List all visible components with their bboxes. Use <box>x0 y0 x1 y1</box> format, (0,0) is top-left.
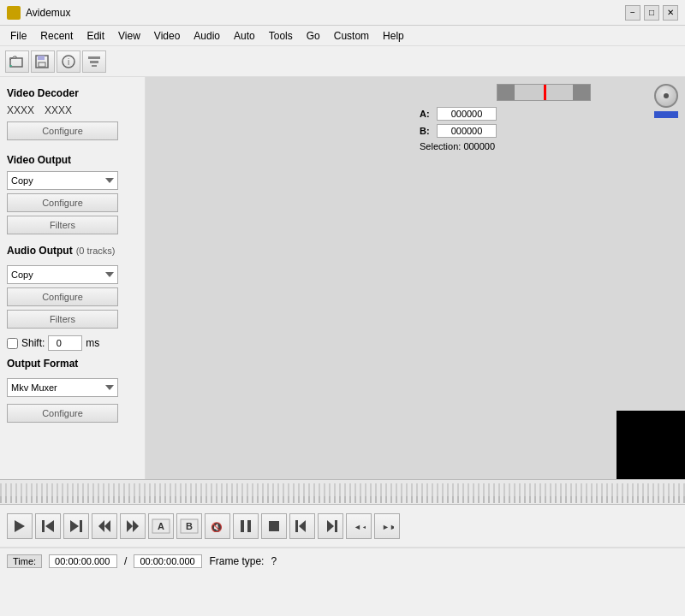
video-output-configure-button[interactable]: Configure <box>7 193 118 212</box>
info-button[interactable]: i <box>57 50 80 73</box>
svg-marker-18 <box>133 520 139 532</box>
svg-text:A: A <box>158 521 164 531</box>
a-value: 000000 <box>437 107 497 121</box>
shift-row: Shift: ms <box>7 335 138 351</box>
timeline-track-2 <box>0 496 685 503</box>
video-output-select[interactable]: Copy None <box>7 171 118 190</box>
rewind-fwd-button[interactable] <box>120 513 146 539</box>
open-file-button[interactable] <box>5 50 29 73</box>
next-keyframe-button[interactable] <box>318 513 343 539</box>
shift-checkbox[interactable] <box>7 338 18 349</box>
mini-handle-left[interactable] <box>497 85 515 100</box>
menu-recent[interactable]: Recent <box>33 28 80 44</box>
b-marker-row: B: 000000 <box>420 124 584 138</box>
output-format-label: Output Format <box>7 358 138 370</box>
video-output-filters-button[interactable]: Filters <box>7 216 118 234</box>
pause-button[interactable] <box>233 513 259 539</box>
svg-marker-10 <box>15 520 25 532</box>
status-bar: Time: 00:00:00.000 / 00:00:00.000 Frame … <box>0 548 685 573</box>
a-marker-row: A: 000000 <box>420 107 584 121</box>
svg-marker-17 <box>127 520 133 532</box>
svg-rect-1 <box>9 65 12 67</box>
frame-type-label: Frame type: <box>209 555 264 567</box>
close-button[interactable]: ✕ <box>663 5 678 21</box>
menu-view[interactable]: View <box>111 28 147 44</box>
video-decoder-label: Video Decoder <box>7 87 138 99</box>
svg-marker-15 <box>104 520 110 532</box>
time-separator: / <box>124 555 127 567</box>
step-back-button[interactable] <box>35 513 61 539</box>
svg-marker-27 <box>299 520 306 532</box>
maximize-button[interactable]: □ <box>644 5 659 21</box>
svg-text:►►: ►► <box>382 523 394 531</box>
menu-help[interactable]: Help <box>376 28 411 44</box>
decoder-val1: XXXX <box>7 104 34 116</box>
svg-rect-3 <box>38 56 45 60</box>
audio-output-select[interactable]: Copy None <box>7 265 118 284</box>
next-scene-button[interactable]: ►► <box>374 513 400 539</box>
stop-button[interactable] <box>261 513 287 539</box>
audio-toggle-button[interactable]: 🔇 <box>205 513 230 539</box>
timeline-track-1 <box>0 483 685 496</box>
rewind-back-button[interactable] <box>92 513 117 539</box>
jog-wheel[interactable] <box>654 84 678 108</box>
menu-file[interactable]: File <box>3 28 33 44</box>
svg-marker-11 <box>45 520 54 532</box>
title-bar-controls[interactable]: − □ ✕ <box>625 5 678 21</box>
step-fwd-button[interactable] <box>63 513 89 539</box>
svg-marker-16 <box>98 520 104 532</box>
menu-go[interactable]: Go <box>300 28 327 44</box>
mark-a-button[interactable]: A <box>148 513 174 539</box>
preview-window <box>616 411 685 479</box>
timeline-area[interactable] <box>0 479 685 505</box>
decoder-row: XXXX XXXX <box>7 104 138 116</box>
minimize-button[interactable]: − <box>625 5 640 21</box>
menu-audio[interactable]: Audio <box>187 28 227 44</box>
svg-text:i: i <box>68 57 69 67</box>
svg-rect-12 <box>42 520 45 532</box>
time-total: 00:00:00.000 <box>134 554 202 568</box>
menu-edit[interactable]: Edit <box>80 28 111 44</box>
svg-rect-26 <box>269 521 279 531</box>
selection-row: Selection: 000000 <box>420 141 584 151</box>
mini-handle-right[interactable] <box>573 85 590 100</box>
svg-marker-29 <box>327 520 334 532</box>
shift-input[interactable] <box>48 335 82 351</box>
filter-button[interactable] <box>82 50 106 73</box>
play-button[interactable] <box>7 513 33 539</box>
selection-label: Selection: <box>420 141 461 151</box>
audio-output-label: Audio Output <box>7 245 73 257</box>
output-format-configure-button[interactable]: Configure <box>7 404 118 423</box>
title-bar: Avidemux − □ ✕ <box>0 0 685 26</box>
right-panel: A: 000000 B: 000000 Selection: 000000 <box>146 77 685 479</box>
audio-tracks-count: (0 tracks) <box>76 246 116 256</box>
menu-tools[interactable]: Tools <box>262 28 300 44</box>
svg-text:B: B <box>186 521 193 531</box>
menu-video[interactable]: Video <box>147 28 187 44</box>
app-title: Avidemux <box>26 7 70 19</box>
mini-playhead[interactable] <box>544 85 546 100</box>
mark-b-button[interactable]: B <box>176 513 202 539</box>
menu-bar: File Recent Edit View Video Audio Auto T… <box>0 26 685 46</box>
menu-custom[interactable]: Custom <box>327 28 376 44</box>
prev-scene-button[interactable]: ◄◄ <box>346 513 372 539</box>
prev-keyframe-button[interactable] <box>289 513 315 539</box>
svg-rect-7 <box>88 56 100 59</box>
svg-rect-0 <box>10 58 22 67</box>
time-label: Time: <box>7 554 42 568</box>
audio-output-filters-button[interactable]: Filters <box>7 310 118 329</box>
svg-text:◄◄: ◄◄ <box>354 523 366 531</box>
shift-label: Shift: <box>21 337 45 349</box>
mini-timeline[interactable] <box>497 84 591 101</box>
time-current: 00:00:00.000 <box>49 554 117 568</box>
b-label: B: <box>420 126 432 136</box>
save-file-button[interactable] <box>31 50 55 73</box>
menu-auto[interactable]: Auto <box>227 28 262 44</box>
a-label: A: <box>420 109 432 119</box>
audio-output-configure-button[interactable]: Configure <box>7 287 118 306</box>
output-format-select[interactable]: Mkv Muxer AVI Muxer MP4 Muxer <box>7 378 118 397</box>
video-decoder-configure-button[interactable]: Configure <box>7 121 118 140</box>
decoder-val2: XXXX <box>45 104 72 116</box>
svg-marker-13 <box>70 520 79 532</box>
svg-rect-24 <box>241 520 244 532</box>
